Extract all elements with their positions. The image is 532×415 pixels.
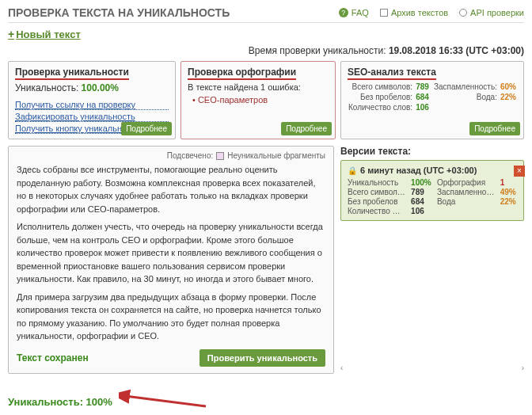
lock-icon: 🔒 bbox=[348, 166, 357, 175]
arrow-icon bbox=[119, 394, 214, 410]
article-body: Здесь собраны все инструменты, помогающи… bbox=[17, 163, 325, 343]
svg-line-0 bbox=[125, 396, 206, 406]
card-seo: SEO-анализ текста Всего символов:789Засп… bbox=[340, 61, 524, 139]
saved-label: Текст сохранен bbox=[17, 352, 89, 364]
next-version-button[interactable]: › bbox=[522, 364, 524, 372]
check-uniqueness-button[interactable]: Проверить уникальность bbox=[200, 349, 325, 367]
faq-link[interactable]: ?FAQ bbox=[339, 8, 369, 17]
version-item[interactable]: 🔒6 минут назад (UTC +03:00) Уникальность… bbox=[340, 160, 524, 221]
card-spelling: Проверка орфографии В тексте найдена 1 о… bbox=[180, 61, 336, 139]
close-icon[interactable]: × bbox=[514, 166, 525, 177]
plus-icon: + bbox=[8, 28, 14, 40]
archive-link[interactable]: Архив текстов bbox=[380, 8, 448, 17]
more-spell-button[interactable]: Подробнее bbox=[281, 122, 332, 135]
highlight-legend: Подсвечено: Неуникальные фрагменты bbox=[17, 151, 325, 160]
more-uniq-button[interactable]: Подробнее bbox=[121, 122, 172, 135]
api-link[interactable]: API проверки bbox=[459, 8, 524, 17]
footer-uniqueness: Уникальность: 100% bbox=[8, 396, 112, 408]
card-uniqueness: Проверка уникальности Уникальность: 100.… bbox=[8, 61, 176, 139]
page-title: ПРОВЕРКА ТЕКСТА НА УНИКАЛЬНОСТЬ bbox=[8, 6, 230, 19]
prev-version-button[interactable]: ‹ bbox=[340, 364, 343, 372]
versions-title: Версии текста: bbox=[340, 146, 524, 157]
link-get-url[interactable]: Получить ссылку на проверку bbox=[15, 100, 169, 110]
new-text-link[interactable]: +Новый текст bbox=[8, 28, 524, 40]
more-seo-button[interactable]: Подробнее bbox=[469, 122, 520, 135]
check-time: Время проверки уникальности: 19.08.2018 … bbox=[8, 45, 524, 56]
text-panel: Подсвечено: Неуникальные фрагменты Здесь… bbox=[8, 146, 334, 374]
question-icon: ? bbox=[339, 8, 348, 17]
swatch-icon bbox=[216, 152, 224, 160]
link-fix-uniq[interactable]: Зафиксировать уникальность bbox=[15, 112, 169, 122]
archive-icon bbox=[380, 9, 388, 17]
gear-icon bbox=[459, 9, 467, 17]
